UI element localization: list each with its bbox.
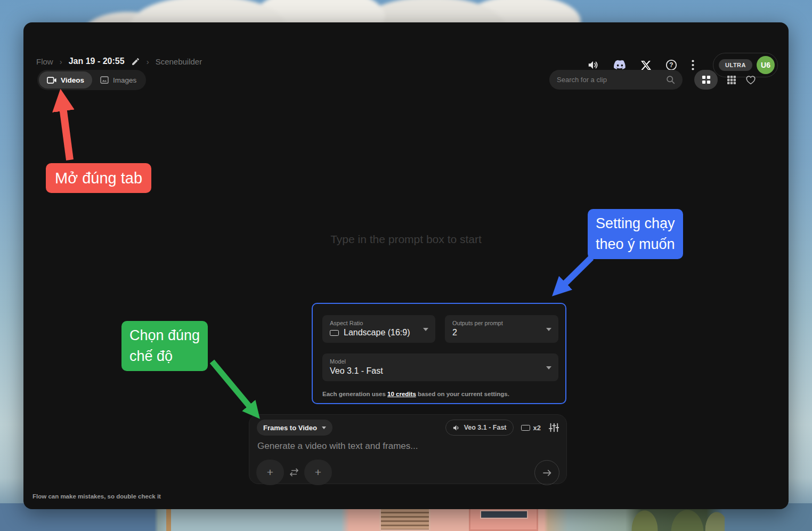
media-type-tabs: Videos Images [37, 70, 146, 90]
sound-toggle-button[interactable] [587, 59, 599, 71]
flow-app-window: Flow › Jan 19 - 20:55 › Scenebuilder ? U… [23, 22, 789, 509]
tab-videos[interactable]: Videos [39, 71, 92, 88]
aspect-ratio-label: Aspect Ratio [330, 320, 428, 326]
shutter-decor [379, 508, 431, 531]
arrow-right-icon [542, 469, 552, 477]
annotation-text: Mở đúng tab [55, 170, 142, 187]
prompt-box: Frames to Video Veo 3.1 - Fast x2 Genera… [249, 414, 567, 484]
mode-selector-dropdown[interactable]: Frames to Video [257, 420, 332, 436]
generation-settings-panel: Aspect Ratio Landscape (16:9) Outputs pe… [312, 303, 566, 404]
credits-note: Each generation uses 10 credits based on… [322, 391, 509, 397]
favorites-view-button[interactable] [745, 75, 756, 85]
speaker-icon [452, 424, 460, 432]
annotation-open-correct-tab: Mở đúng tab [46, 163, 151, 193]
credits-link[interactable]: 10 credits [387, 391, 416, 397]
plan-badge: ULTRA [719, 59, 752, 71]
annotation-choose-correct-mode: Chọn đúng chế độ [121, 321, 208, 371]
door-decor [469, 505, 538, 531]
x-logo-icon [641, 60, 651, 70]
discord-button[interactable] [613, 60, 627, 70]
prompt-settings-badges: Veo 3.1 - Fast x2 [445, 420, 559, 436]
outputs-label: Outputs per prompt [452, 320, 551, 326]
dense-grid-view-button[interactable] [727, 75, 736, 85]
aspect-ratio-dropdown[interactable]: Aspect Ratio Landscape (16:9) [322, 315, 435, 343]
output-count-badge[interactable]: x2 [521, 424, 541, 432]
model-value: Veo 3.1 - Fast [330, 366, 383, 376]
search-icon [666, 75, 675, 84]
model-badge-label: Veo 3.1 - Fast [464, 424, 507, 431]
credits-note-prefix: Each generation uses [322, 391, 387, 397]
image-icon [100, 76, 109, 84]
prompt-placeholder[interactable]: Generate a video with text and frames... [257, 441, 418, 452]
model-label: Model [330, 358, 551, 365]
svg-text:?: ? [669, 61, 673, 69]
clip-search [549, 70, 683, 90]
more-options-button[interactable] [692, 60, 694, 70]
mistakes-disclaimer: Flow can make mistakes, so double check … [33, 493, 161, 500]
door-window-decor [480, 510, 528, 519]
tune-settings-button[interactable] [548, 422, 559, 433]
breadcrumb: Flow › Jan 19 - 20:55 › Scenebuilder [36, 57, 202, 66]
landscape-ratio-icon [521, 425, 530, 431]
landscape-ratio-icon [330, 330, 339, 336]
outputs-value: 2 [452, 328, 457, 337]
chevron-right-icon: › [60, 57, 62, 66]
chevron-down-icon [546, 328, 551, 331]
tab-images[interactable]: Images [92, 71, 144, 88]
frame-inputs: + + [256, 460, 332, 485]
kebab-menu-icon [692, 60, 694, 70]
aspect-ratio-value: Landscape (16:9) [344, 328, 410, 337]
grid-3x3-icon [727, 75, 736, 85]
model-badge-button[interactable]: Veo 3.1 - Fast [445, 420, 514, 436]
annotation-text-line1: Setting chạy [596, 213, 675, 234]
tab-videos-label: Videos [61, 76, 84, 84]
breadcrumb-home-link[interactable]: Flow [36, 57, 53, 66]
model-dropdown[interactable]: Model Veo 3.1 - Fast [322, 353, 558, 381]
annotation-settings-as-desired: Setting chạy theo ý muốn [588, 209, 683, 259]
x-social-button[interactable] [641, 60, 651, 70]
credits-note-suffix: based on your current settings. [416, 391, 509, 397]
help-icon: ? [665, 59, 677, 71]
outputs-per-prompt-dropdown[interactable]: Outputs per prompt 2 [445, 315, 558, 343]
heart-icon [745, 75, 756, 85]
chevron-down-icon [546, 366, 551, 369]
tab-images-label: Images [113, 76, 136, 84]
speaker-icon [587, 59, 599, 71]
generate-submit-button[interactable] [534, 460, 559, 485]
add-first-frame-button[interactable]: + [256, 460, 284, 485]
edit-project-name-button[interactable] [131, 57, 140, 66]
breadcrumb-project-name[interactable]: Jan 19 - 20:55 [69, 57, 125, 66]
annotation-text-line2: theo ý muốn [596, 234, 675, 255]
chevron-down-icon [423, 328, 428, 331]
chevron-down-icon [322, 427, 326, 429]
chevron-right-icon: › [147, 57, 149, 66]
pencil-icon [131, 57, 140, 66]
annotation-text-line2: chế độ [129, 346, 200, 367]
avatar[interactable]: U6 [757, 56, 775, 74]
view-toggle-group [694, 70, 756, 90]
tune-sliders-icon [548, 422, 559, 433]
swap-frames-icon[interactable] [288, 468, 300, 477]
add-last-frame-button[interactable]: + [304, 460, 332, 485]
video-camera-icon [47, 77, 56, 84]
discord-icon [613, 60, 627, 70]
annotation-text-line1: Chọn đúng [129, 325, 200, 346]
grid-2x2-icon [702, 75, 711, 84]
grid-view-button[interactable] [694, 70, 718, 90]
output-count-label: x2 [533, 424, 541, 432]
search-input[interactable] [557, 76, 666, 84]
mode-selector-value: Frames to Video [263, 424, 317, 432]
help-button[interactable]: ? [665, 59, 677, 71]
breadcrumb-current-page: Scenebuilder [156, 57, 202, 66]
